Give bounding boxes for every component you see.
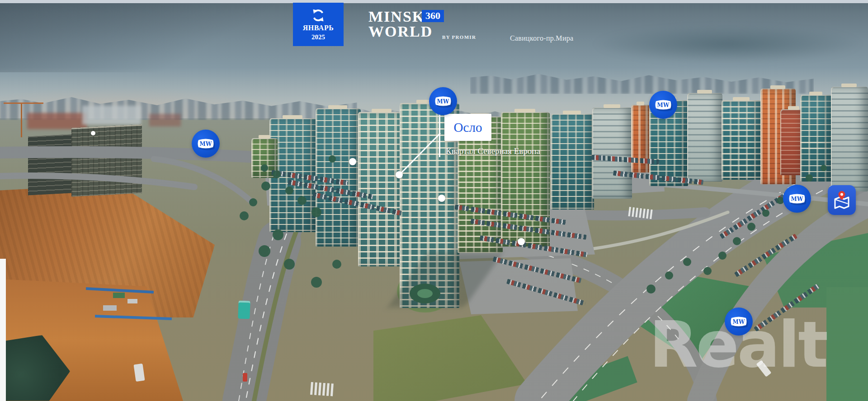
logo-360-badge: 360 [422, 10, 444, 22]
minsk-world-logo[interactable]: MINSK 360 WORLD BY PROMIR [368, 9, 486, 43]
mw-flag-icon: MW [730, 315, 748, 328]
logo-byline: BY PROMIR [442, 34, 476, 40]
map-button[interactable] [828, 185, 856, 215]
building-dot[interactable] [518, 238, 525, 245]
svg-text:MW: MW [200, 141, 212, 147]
bush-center [417, 289, 433, 298]
mw-flag-icon: MW [654, 98, 672, 111]
logo-word-minsk: MINSK [368, 9, 425, 24]
svg-text:MW: MW [657, 102, 670, 108]
badge-month: ЯНВАРЬ [303, 24, 334, 32]
panorama-viewport[interactable]: Realt ЯНВАРЬ 2025 MINSK 360 WORLD BY PRO… [0, 0, 868, 401]
building-dot[interactable] [349, 158, 356, 165]
mw-marker[interactable]: MW [725, 308, 753, 336]
mw-marker[interactable]: MW [783, 185, 811, 213]
refresh-icon [311, 8, 326, 23]
logo-word-world: WORLD [368, 24, 433, 39]
svg-text:MW: MW [791, 196, 803, 202]
quarter-label-oslo[interactable]: Осло [444, 114, 491, 141]
quarter-subtitle: Квартал Северная Европа [446, 146, 540, 156]
building-dot[interactable] [396, 171, 403, 178]
map-icon [832, 190, 851, 210]
mw-flag-icon: MW [434, 95, 452, 107]
panorama-edge [0, 259, 6, 401]
mw-marker[interactable]: MW [429, 87, 457, 115]
top-edge-strip [0, 0, 868, 3]
building-dot[interactable] [91, 131, 95, 135]
svg-text:MW: MW [437, 98, 449, 105]
tree-cluster [240, 155, 827, 294]
callout-line [439, 114, 440, 157]
date-badge[interactable]: ЯНВАРЬ 2025 [293, 3, 344, 46]
mw-marker[interactable]: MW [649, 91, 677, 119]
location-label: Савицкого-пр.Мира [510, 34, 573, 42]
mw-flag-icon: MW [197, 137, 215, 150]
svg-text:MW: MW [733, 319, 745, 325]
mw-marker[interactable]: MW [192, 130, 220, 158]
badge-year: 2025 [311, 33, 325, 41]
mw-flag-icon: MW [788, 192, 806, 205]
building-dot[interactable] [438, 195, 445, 202]
